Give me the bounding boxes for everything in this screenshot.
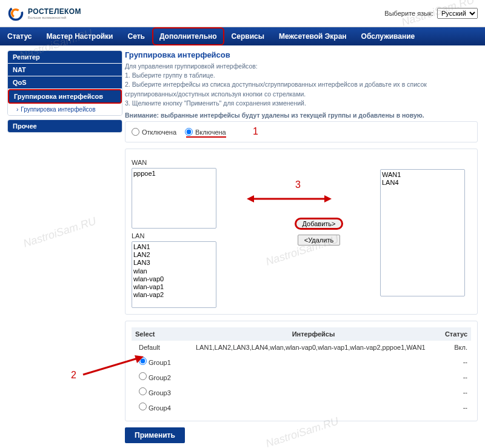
sidebar-sub-interface-grouping[interactable]: › Группировка интерфейсов	[8, 104, 122, 115]
page-warning: Внимание: выбранные интерфейсы будут уда…	[125, 112, 478, 119]
grouped-list[interactable]: WAN1LAN4	[380, 169, 465, 296]
radio-on[interactable]: Включена	[185, 128, 226, 136]
interface-panel: 3 WAN pppoe1 LAN LAN1LAN2LAN3wlanwlan-va…	[125, 149, 478, 315]
svg-marker-4	[324, 195, 332, 202]
sidebar-item-nat[interactable]: NAT	[8, 64, 122, 76]
apply-button[interactable]: Применить	[125, 427, 185, 443]
language-label: Выберите язык:	[384, 10, 433, 17]
nav-tab[interactable]: Сеть	[120, 27, 152, 45]
lan-label: LAN	[132, 232, 258, 239]
chevron-right-icon: ›	[16, 106, 18, 113]
sidebar-item-qos[interactable]: QoS	[8, 76, 122, 89]
th-select: Select	[132, 327, 192, 341]
enable-panel: Отключена Включена 1	[125, 121, 478, 142]
table-row: Group4--	[132, 400, 471, 415]
sidebar-box-other: Прочее	[7, 119, 122, 133]
page-intro: Для управления группировкой интерфейсов:…	[125, 62, 478, 108]
sidebar-item-other[interactable]: Прочее	[8, 120, 122, 132]
svg-line-5	[83, 358, 138, 375]
page-title: Группировка интерфейсов	[125, 50, 478, 59]
svg-marker-6	[135, 355, 144, 363]
arrow-horizontal-icon	[247, 193, 332, 205]
svg-point-1	[10, 8, 21, 18]
language-select[interactable]: Русский	[437, 8, 478, 19]
table-row: DefaultLAN1,LAN2,LAN3,LAN4,wlan,wlan-vap…	[132, 341, 471, 354]
language-selector: Выберите язык: Русский	[384, 8, 478, 19]
main-content: Группировка интерфейсов Для управления г…	[125, 50, 478, 443]
groups-table: Select Интерфейсы Статус DefaultLAN1,LAN…	[132, 327, 471, 415]
table-row: Group2--	[132, 369, 471, 384]
group-radio[interactable]	[139, 403, 147, 410]
wan-label: WAN	[132, 159, 258, 166]
groups-panel: 2 Select Интерфейсы Статус DefaultLAN1,L…	[125, 321, 478, 421]
annotation-1: 1	[253, 126, 258, 137]
annotation-underline	[186, 136, 226, 138]
logo-icon	[7, 5, 24, 22]
remove-button[interactable]: <Удалить	[298, 235, 340, 246]
radio-off[interactable]: Отключена	[132, 128, 176, 136]
brand-name: РОСТЕЛЕКОМ	[28, 7, 81, 16]
group-radio[interactable]	[139, 387, 147, 395]
nav-tab[interactable]: Межсетевой Экран	[272, 27, 354, 45]
sidebar-box: Репитер NAT QoS Группировка интерфейсов …	[7, 50, 122, 116]
add-button[interactable]: Добавить>	[295, 218, 343, 230]
logo: РОСТЕЛЕКОМ Больше возможностей	[7, 5, 81, 22]
nav-tab[interactable]: Сервисы	[224, 27, 272, 45]
nav-tab[interactable]: Дополнительно	[152, 27, 224, 45]
lan-list[interactable]: LAN1LAN2LAN3wlanwlan-vap0wlan-vap1wlan-v…	[132, 241, 216, 308]
table-row: Group3--	[132, 384, 471, 400]
nav-tab[interactable]: Статус	[0, 27, 39, 45]
nav-tab[interactable]: Мастер Настройки	[39, 27, 120, 45]
wan-list[interactable]: pppoe1	[132, 168, 216, 229]
brand-tagline: Больше возможностей	[28, 16, 81, 19]
table-row: Group1--	[132, 354, 471, 369]
sidebar-item-repeater[interactable]: Репитер	[8, 51, 122, 64]
th-status: Статус	[435, 327, 471, 341]
main-nav: СтатусМастер НастройкиСетьДополнительноС…	[0, 27, 485, 45]
svg-marker-3	[247, 195, 254, 202]
arrow-diag-icon	[80, 353, 147, 378]
sidebar: Репитер NAT QoS Группировка интерфейсов …	[7, 50, 122, 443]
sidebar-item-interface-grouping[interactable]: Группировка интерфейсов	[8, 89, 122, 104]
th-ifaces: Интерфейсы	[192, 327, 435, 341]
top-bar: РОСТЕЛЕКОМ Больше возможностей Выберите …	[0, 0, 485, 27]
nav-tab[interactable]: Обслуживание	[354, 27, 423, 45]
